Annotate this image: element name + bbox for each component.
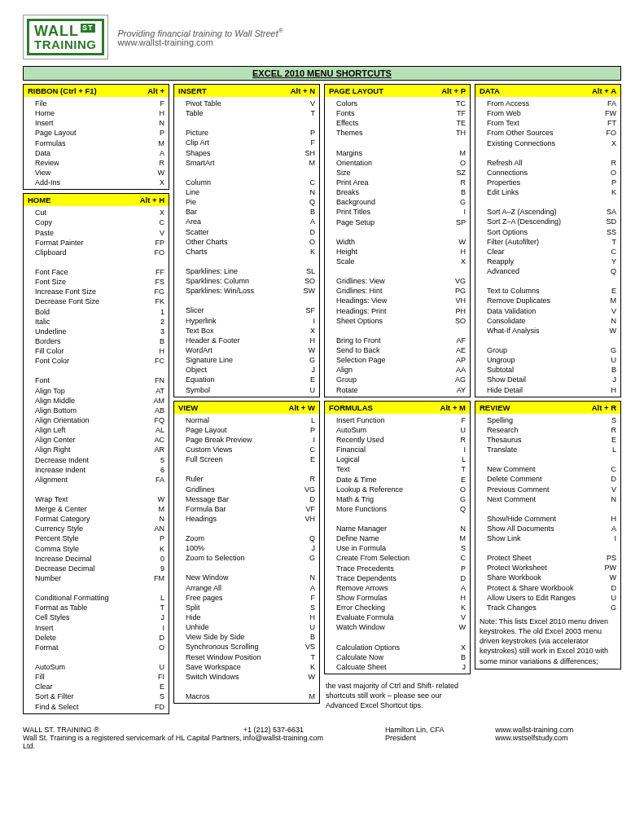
shortcut-row: ScaleX — [336, 257, 466, 266]
shortcut-label: Full Screen — [186, 454, 223, 464]
shortcut-key: AG — [455, 375, 466, 384]
shortcut-key: VG — [304, 485, 315, 494]
shortcut-key: W — [459, 622, 467, 632]
shortcut-label: AutoSum — [35, 662, 65, 672]
shortcut-row: Switch WindowsW — [186, 672, 315, 682]
shortcut-label: Fonts — [336, 108, 355, 118]
shortcut-row: CopyC — [35, 217, 164, 227]
shortcut-key: L — [462, 454, 466, 464]
shortcut-label: Font Size — [35, 277, 66, 287]
shortcut-key: FP — [155, 238, 164, 248]
shortcut-row: AutoSumU — [336, 425, 466, 435]
shortcut-label: Data — [35, 148, 50, 158]
shortcut-row: OrientationO — [336, 158, 466, 168]
shortcut-label: Reapply — [487, 257, 514, 266]
section-header: VIEWAlt + W — [174, 402, 319, 414]
shortcut-key: N — [611, 494, 617, 504]
section-header: REVIEWAlt + R — [475, 402, 620, 414]
shortcut-row: New CommentC — [487, 464, 616, 474]
shortcut-row: Print AreaR — [336, 178, 466, 187]
shortcut-key: L — [311, 415, 315, 425]
shortcut-row: Selection PageAP — [336, 355, 466, 365]
shortcut-label: More Functions — [336, 504, 387, 514]
shortcut-row: Print TitlesI — [336, 207, 466, 217]
section: VIEWAlt + WNormalLPage LayoutPPage Break… — [173, 401, 320, 705]
shortcut-key: T — [462, 464, 467, 474]
shortcut-label: Bar — [186, 207, 197, 217]
shortcut-row: Sheet OptionsSO — [336, 316, 466, 326]
shortcut-key: J — [462, 662, 467, 672]
shortcut-row: Cell StylesJ — [35, 612, 164, 622]
shortcut-label: Decrease Indent — [35, 455, 89, 465]
shortcut-row: Sort A–Z (Ascending)SA — [487, 207, 616, 217]
shortcut-row: GridlinesVG — [186, 485, 315, 494]
shortcut-row: BordersB — [35, 336, 164, 346]
shortcut-label: Currency Style — [35, 524, 83, 533]
shortcut-label: Align Left — [35, 425, 66, 435]
shortcut-key: E — [310, 375, 315, 384]
footer-legal: Wall St. Training is a registered servic… — [23, 734, 243, 750]
shortcut-label: Group — [336, 375, 357, 384]
shortcut-label: Format Painter — [35, 238, 84, 248]
shortcut-row: RotateAY — [336, 385, 466, 395]
shortcut-key: I — [463, 445, 466, 454]
shortcut-label: Switch Windows — [186, 672, 239, 682]
shortcut-row: HeadingsVH — [186, 514, 315, 524]
shortcut-row: Lookup & ReferenceO — [336, 485, 466, 494]
shortcut-key: E — [160, 682, 164, 691]
shortcut-row: InsertI — [35, 623, 164, 633]
shortcut-label: Increase Indent — [35, 465, 85, 475]
section-note: Note: This lists Excel 2010 menu driven … — [475, 614, 620, 669]
shortcut-row: Header & FooterH — [186, 336, 315, 345]
shortcut-key: T — [311, 108, 316, 118]
shortcut-key: 1 — [160, 307, 164, 317]
shortcut-key: I — [614, 533, 616, 543]
shortcut-label: Text to Columns — [487, 286, 540, 296]
shortcut-key: VH — [455, 296, 466, 305]
shortcut-row: Decrease Decimal9 — [35, 564, 164, 573]
shortcut-key: AM — [154, 396, 165, 406]
shortcut-row: Next CommentN — [487, 494, 616, 504]
shortcut-label: Free pages — [186, 593, 223, 603]
shortcut-key: SH — [304, 148, 315, 158]
shortcut-label: Existing Connections — [487, 138, 555, 148]
shortcut-row: Font ColorFC — [35, 356, 164, 366]
shortcut-label: View — [35, 168, 50, 178]
shortcut-label: Message Bar — [186, 494, 229, 504]
shortcut-key: FO — [607, 128, 617, 138]
shortcut-row: MarginsM — [336, 148, 466, 158]
shortcut-key: W — [309, 345, 316, 355]
shortcut-label: Align Middle — [35, 396, 75, 406]
shortcut-key: VS — [305, 642, 315, 652]
shortcut-label: Formula Bar — [186, 504, 226, 514]
shortcut-row: Italic2 — [35, 317, 164, 327]
shortcut-key: K — [310, 247, 315, 257]
footer-email: info@wallst-training.com — [243, 734, 385, 742]
shortcut-label: Gridlines — [186, 485, 215, 494]
shortcut-label: Copy — [35, 217, 52, 227]
shortcut-label: Clear — [35, 682, 53, 691]
shortcut-row: Align TopAT — [35, 386, 164, 396]
shortcut-key: L — [160, 593, 164, 603]
shortcut-label: Decrease Decimal — [35, 564, 95, 573]
shortcut-row: Increase Indent6 — [35, 465, 164, 475]
shortcut-key: W — [610, 573, 617, 582]
shortcut-key: R — [611, 158, 617, 168]
shortcut-row: Trace DependentsD — [336, 573, 466, 583]
shortcut-row: What-If AnalysisW — [487, 326, 616, 336]
shortcut-key: W — [459, 237, 467, 247]
shortcut-key: W — [158, 168, 165, 178]
shortcut-row: Percent StyleP — [35, 533, 164, 543]
shortcut-label: Research — [487, 425, 519, 435]
shortcut-label: Colors — [336, 99, 357, 108]
shortcut-row: Increase Decimal0 — [35, 554, 164, 564]
shortcut-label: Page Layout — [186, 425, 227, 435]
shortcut-row: GroupAG — [336, 375, 466, 384]
section: INSERTAlt + NPivot TableVTableTPicturePC… — [173, 84, 320, 397]
section-header: RIBBON (Ctrl + F1)Alt + — [24, 85, 169, 97]
shortcut-label: Hide Detail — [487, 385, 523, 395]
shortcut-label: Object — [186, 365, 207, 375]
shortcut-row: Remove DuplicatesM — [487, 296, 616, 305]
shortcut-row: InsertN — [35, 118, 164, 128]
shortcut-row: AutoSumU — [35, 662, 164, 672]
